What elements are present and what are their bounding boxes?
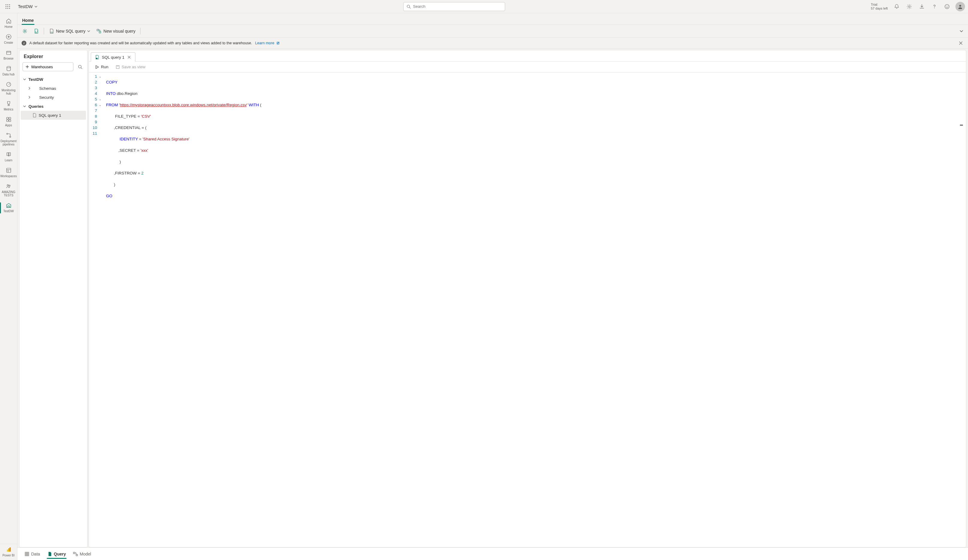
ribbon-tabs: Home <box>17 13 968 25</box>
expand-ribbon-button[interactable] <box>957 27 966 35</box>
rail-apps-label: Apps <box>5 124 13 127</box>
explorer-panel: Explorer Warehouses TestDW <box>19 50 88 547</box>
tree-node-sql-query-1[interactable]: SQL query 1 <box>21 111 86 120</box>
external-link-icon <box>276 41 280 45</box>
settings-button[interactable] <box>903 1 915 13</box>
tab-model-label: Model <box>80 552 91 557</box>
new-visual-query-button[interactable]: New visual query <box>94 26 138 36</box>
tree-node-testdw[interactable]: TestDW <box>21 75 86 84</box>
rail-testdw[interactable]: TestDW <box>0 200 17 216</box>
new-sql-query-label: New SQL query <box>56 29 85 33</box>
tree-label: Schemas <box>39 86 56 91</box>
play-icon <box>95 65 99 69</box>
add-warehouses-label: Warehouses <box>31 64 53 69</box>
workspace-split: Explorer Warehouses TestDW <box>17 49 968 547</box>
global-search[interactable] <box>403 2 505 11</box>
tab-query[interactable]: Query <box>44 550 69 558</box>
download-icon <box>919 4 925 9</box>
gear-icon <box>907 4 912 9</box>
rail-powerbi[interactable]: Power BI <box>0 544 17 560</box>
rail-workspaces[interactable]: Workspaces <box>0 165 17 181</box>
power-bi-icon <box>6 547 12 552</box>
editor-tab-sql-query-1[interactable]: SQL query 1 <box>91 52 136 62</box>
rail-create-label: Create <box>3 41 13 44</box>
svg-point-33 <box>24 30 25 32</box>
svg-point-9 <box>407 5 410 7</box>
editor-cursor-marker <box>960 125 963 126</box>
run-button[interactable]: Run <box>93 63 111 70</box>
banner-learn-more-link[interactable]: Learn more <box>255 41 280 45</box>
visual-query-icon <box>96 28 101 34</box>
workspaces-icon <box>6 167 12 173</box>
rail-data-hub[interactable]: Data hub <box>0 63 17 79</box>
svg-point-11 <box>908 6 910 7</box>
download-button[interactable] <box>916 1 928 13</box>
rail-deployment-pipelines[interactable]: Deployment pipelines <box>0 130 17 149</box>
file-icon <box>47 552 52 557</box>
rail-apps[interactable]: Apps <box>0 114 17 130</box>
trophy-icon <box>6 101 12 107</box>
chevron-down-icon <box>23 78 26 81</box>
add-warehouses-button[interactable]: Warehouses <box>22 62 73 71</box>
explorer-search-button[interactable] <box>76 63 84 71</box>
rail-create[interactable]: Create <box>0 31 17 47</box>
svg-point-15 <box>948 6 948 6</box>
svg-rect-24 <box>9 120 11 122</box>
data-hub-icon <box>6 66 12 71</box>
svg-rect-41 <box>25 552 29 556</box>
svg-rect-22 <box>9 117 11 119</box>
code-lines[interactable]: COPY INTO dbo.Region FROM 'https://mysto… <box>104 73 966 211</box>
rail-browse[interactable]: Browse <box>0 47 17 63</box>
rail-monitoring-hub[interactable]: Monitoring hub <box>0 79 17 98</box>
rail-deployment-label: Deployment pipelines <box>0 139 17 146</box>
info-icon: i <box>22 41 27 46</box>
feedback-button[interactable] <box>941 1 953 13</box>
rail-metrics[interactable]: Metrics <box>0 98 17 114</box>
rail-workspaces-label: Workspaces <box>0 175 17 178</box>
workspace-name-dropdown[interactable]: TestDW <box>18 4 37 9</box>
tab-data[interactable]: Data <box>22 550 43 558</box>
chevron-down-icon <box>960 29 963 33</box>
workspace-name-label: TestDW <box>18 4 33 9</box>
ribbon-tab-home[interactable]: Home <box>22 16 35 25</box>
tree-node-schemas[interactable]: Schemas <box>21 84 86 93</box>
smiley-icon <box>944 4 950 9</box>
search-icon <box>406 5 411 9</box>
sql-file-icon <box>94 55 99 59</box>
waffle-icon <box>5 4 10 9</box>
notifications-button[interactable] <box>891 1 903 13</box>
rail-learn[interactable]: Learn <box>0 149 17 165</box>
rail-testdw-label: TestDW <box>3 210 14 213</box>
svg-point-16 <box>959 5 961 7</box>
plus-icon <box>25 64 29 69</box>
search-input[interactable] <box>413 4 502 9</box>
svg-point-6 <box>6 8 7 9</box>
tab-model[interactable]: Model <box>70 550 94 558</box>
tree-node-security[interactable]: Security <box>21 93 86 102</box>
rail-amazing-tests[interactable]: AMAZING TESTS <box>0 181 17 200</box>
trial-line-2: 57 days left <box>871 7 888 10</box>
people-icon <box>6 183 12 189</box>
account-avatar[interactable] <box>955 2 965 12</box>
code-editor[interactable]: 1⌄ 2 3 4 5⌄ 6⌄ 7 8 9 10 11 COPY IN <box>89 73 966 547</box>
close-icon <box>959 41 963 45</box>
new-sql-query-button[interactable]: SQL New SQL query <box>46 26 93 36</box>
rail-amazing-label: AMAZING TESTS <box>0 190 17 197</box>
svg-rect-23 <box>7 120 8 122</box>
help-button[interactable] <box>928 1 940 13</box>
tree-node-queries[interactable]: Queries <box>21 102 86 111</box>
toolbar-settings-button[interactable] <box>20 26 30 36</box>
rail-home[interactable]: Home <box>0 16 17 31</box>
toolbar-refresh-button[interactable] <box>31 26 41 36</box>
app-launcher-button[interactable] <box>3 2 13 12</box>
search-icon <box>78 64 82 69</box>
apps-icon <box>6 116 12 122</box>
refresh-page-icon <box>33 28 39 34</box>
new-visual-query-label: New visual query <box>103 29 136 33</box>
banner-close-button[interactable] <box>958 40 964 46</box>
search-wrap <box>37 2 871 11</box>
svg-point-1 <box>7 4 8 5</box>
editor-tab-close-button[interactable] <box>127 55 131 59</box>
svg-point-0 <box>6 4 7 5</box>
pipeline-icon <box>6 132 12 138</box>
